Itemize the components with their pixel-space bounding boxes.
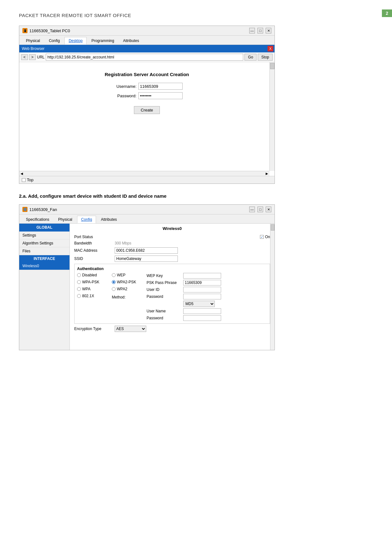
- password3-input[interactable]: [183, 294, 221, 299]
- enc-row: Encryption Type AES: [74, 326, 270, 332]
- tab-physical[interactable]: Physical: [22, 37, 44, 45]
- radio-wpa-label: WPA: [82, 287, 90, 291]
- enc-select[interactable]: AES: [115, 326, 146, 332]
- registration-form: Registration Server Account Creation Use…: [26, 69, 268, 114]
- radio-wpa2[interactable]: WPA2: [112, 287, 143, 291]
- radio-wpa[interactable]: WPA: [77, 287, 109, 291]
- bandwidth-label: Bandwidth: [74, 241, 112, 245]
- interface-header: INTERFACE: [19, 255, 69, 262]
- window2-title-left: 🌀 11665309_Fan: [22, 207, 57, 212]
- port-status-label: Port Status: [74, 235, 112, 239]
- right-vertical-scrollbar[interactable]: [270, 224, 274, 350]
- mac-input[interactable]: [115, 247, 178, 254]
- method-select[interactable]: MD5: [183, 301, 215, 307]
- userid-input[interactable]: [183, 287, 221, 292]
- w2-close-button[interactable]: ✕: [266, 207, 271, 212]
- browser-close-button[interactable]: X: [268, 46, 273, 51]
- tab-config[interactable]: Config: [45, 37, 64, 45]
- w2-minimize-button[interactable]: —: [249, 207, 255, 212]
- scrollbar-thumb[interactable]: [270, 63, 274, 69]
- wep-key-input[interactable]: [183, 273, 221, 279]
- tab-specifications[interactable]: Specifications: [22, 216, 53, 223]
- right-scrollbar-thumb[interactable]: [271, 224, 274, 231]
- scroll-right-arrow[interactable]: ▶: [264, 172, 269, 175]
- auth-options-container: Disabled WPA-PSK WPA: [77, 273, 267, 321]
- forward-button[interactable]: >: [29, 54, 36, 60]
- ssid-row: SSID: [74, 256, 270, 262]
- auth-fields: WEP Key PSK Pass Phrase User ID: [147, 273, 267, 321]
- top-label: Top: [27, 178, 33, 182]
- window2-titlebar: 🌀 11665309_Fan — □ ✕: [19, 205, 274, 214]
- username2-input[interactable]: [183, 308, 221, 314]
- page-title: PACKET TRACER REMOTE IOT SMART OFFICE: [19, 13, 373, 18]
- radio-wpa-psk[interactable]: WPA-PSK: [77, 280, 109, 284]
- radio-8021x[interactable]: 802.1X: [77, 294, 109, 298]
- tab-attributes[interactable]: Attributes: [119, 37, 143, 45]
- window1-title: 11665309_Tablet PC0: [29, 28, 70, 33]
- minimize-button[interactable]: —: [249, 28, 255, 33]
- maximize-button[interactable]: □: [257, 28, 263, 33]
- stop-button[interactable]: Stop: [258, 54, 273, 61]
- window2-tab-bar: Specifications Physical Config Attribute…: [19, 214, 274, 224]
- psk-row: PSK Pass Phrase: [147, 280, 267, 286]
- create-button[interactable]: Create: [134, 106, 160, 114]
- page-badge: 2: [382, 9, 392, 17]
- radio-wpapsk-label: WPA-PSK: [82, 280, 99, 284]
- back-button[interactable]: <: [21, 54, 28, 60]
- wep-key-row: WEP Key: [147, 273, 267, 279]
- password-label: Password:: [111, 93, 136, 98]
- tab-config2[interactable]: Config: [77, 216, 96, 223]
- mac-label: MAC Address: [74, 248, 112, 253]
- auth-col-right: WEP WPA2-PSK WPA2 Method:: [112, 273, 143, 321]
- tab-desktop[interactable]: Desktop: [64, 37, 87, 45]
- psk-input[interactable]: [183, 280, 221, 286]
- password3-label: Password: [147, 294, 181, 299]
- radio-wep[interactable]: WEP: [112, 273, 143, 277]
- radio-wpa2psk-label: WPA2-PSK: [117, 280, 136, 284]
- url-input[interactable]: [46, 54, 243, 61]
- right-panel: Wireless0 Port Status ✓ On Bandwidth 300…: [70, 224, 274, 350]
- radio-wpa-circle: [77, 287, 81, 291]
- scroll-left-arrow[interactable]: ◀: [19, 172, 24, 175]
- userid-label: User ID: [147, 287, 181, 292]
- ssid-label: SSID: [74, 256, 112, 261]
- config-body: GLOBAL Settings Algorithm Settings Files…: [19, 224, 274, 350]
- username2-label: User Name: [147, 309, 181, 313]
- top-checkbox[interactable]: [22, 178, 26, 182]
- window1-frame: 📱 11665309_Tablet PC0 — □ ✕ Physical Con…: [19, 26, 275, 184]
- method-select-row: MD5: [147, 301, 267, 307]
- close-button[interactable]: ✕: [266, 28, 271, 33]
- password-input[interactable]: [138, 92, 183, 99]
- auth-section: Authentication Disabled WPA-PSK: [74, 264, 270, 324]
- horizontal-scrollbar[interactable]: ◀ ▶: [19, 171, 269, 176]
- sidebar-item-settings[interactable]: Settings: [19, 232, 69, 239]
- window1-controls: — □ ✕: [249, 28, 271, 33]
- tab-physical2[interactable]: Physical: [54, 216, 76, 223]
- radio-wep-label: WEP: [117, 273, 125, 277]
- browser-content: Registration Server Account Creation Use…: [19, 62, 274, 176]
- sidebar-item-files[interactable]: Files: [19, 247, 69, 255]
- global-header: GLOBAL: [19, 224, 69, 232]
- port-on-checkbox[interactable]: ✓: [260, 235, 264, 239]
- username-input[interactable]: [138, 83, 183, 90]
- radio-wpa2-psk[interactable]: WPA2-PSK: [112, 280, 143, 284]
- ssid-input[interactable]: [115, 256, 178, 262]
- method-label: Method:: [112, 295, 125, 299]
- browser-toolbar-title: Web Browser: [21, 46, 266, 51]
- sidebar-item-wireless0[interactable]: Wireless0: [19, 262, 69, 270]
- radio-disabled-circle: [77, 273, 81, 277]
- w2-maximize-button[interactable]: □: [257, 207, 263, 212]
- tab-attributes2[interactable]: Attributes: [97, 216, 121, 223]
- window1-tab-bar: Physical Config Desktop Programming Attr…: [19, 36, 274, 45]
- sidebar-item-algorithm-settings[interactable]: Algorithm Settings: [19, 239, 69, 247]
- radio-disabled[interactable]: Disabled: [77, 273, 109, 277]
- port-on-label: On: [265, 235, 270, 239]
- nav-bar: < > URL Go Stop: [19, 52, 274, 62]
- left-panel: GLOBAL Settings Algorithm Settings Files…: [19, 224, 70, 350]
- mac-row: MAC Address: [74, 247, 270, 254]
- tab-programming[interactable]: Programming: [87, 37, 118, 45]
- vertical-scrollbar[interactable]: [269, 62, 274, 171]
- password4-input[interactable]: [183, 315, 221, 321]
- go-button[interactable]: Go: [244, 54, 256, 61]
- bandwidth-value: 300 Mbps: [115, 241, 270, 245]
